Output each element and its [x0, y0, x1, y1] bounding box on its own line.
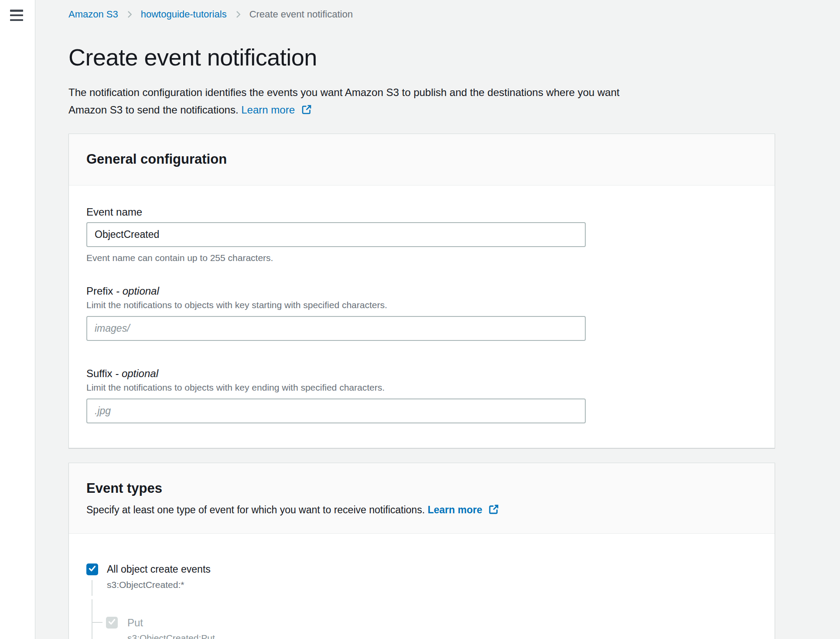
prefix-optional-text: - optional — [116, 285, 159, 297]
learn-more-link[interactable]: Learn more — [241, 104, 311, 116]
hamburger-bar — [10, 14, 23, 17]
page-description-line1: The notification configuration identifie… — [68, 84, 776, 101]
suffix-group: Suffix - optional Limit the notification… — [86, 367, 757, 423]
event-types-card: Event types Specify at least one type of… — [68, 463, 775, 639]
chevron-right-icon — [125, 10, 134, 19]
external-link-icon — [488, 504, 499, 518]
side-nav-rail — [0, 0, 35, 639]
event-types-body: All object create events s3:ObjectCreate… — [69, 534, 775, 639]
event-types-learn-more-link[interactable]: Learn more — [427, 504, 499, 515]
event-types-title: Event types — [86, 480, 757, 497]
put-event-code: s3:ObjectCreated:Put — [127, 632, 215, 639]
hamburger-bar — [10, 19, 23, 21]
breadcrumb-link-bucket[interactable]: howtoguide-tutorials — [141, 9, 227, 20]
chevron-right-icon — [234, 10, 242, 19]
put-event-checkbox — [106, 617, 118, 629]
event-name-input[interactable] — [86, 222, 586, 247]
general-configuration-card: General configuration Event name Event n… — [68, 134, 775, 448]
page-title: Create event notification — [68, 44, 777, 71]
checkbox-check-icon — [107, 617, 116, 628]
all-object-create-events-checkbox[interactable] — [86, 563, 98, 575]
breadcrumb-current: Create event notification — [249, 9, 353, 20]
learn-more-label: Learn more — [427, 504, 482, 515]
suffix-input[interactable] — [86, 399, 586, 423]
tree-connector-line — [92, 622, 102, 623]
event-types-header: Event types Specify at least one type of… — [69, 463, 775, 534]
event-name-label: Event name — [86, 206, 757, 219]
event-types-description-text: Specify at least one type of event for w… — [86, 504, 425, 515]
general-configuration-header: General configuration — [69, 134, 775, 186]
prefix-input[interactable] — [86, 316, 586, 341]
suffix-optional-text: - optional — [115, 368, 158, 379]
tree-connector-line — [92, 599, 92, 639]
main-panel: Amazon S3 howtoguide-tutorials Create ev… — [35, 0, 840, 639]
suffix-label-text: Suffix — [86, 368, 113, 379]
page-description: The notification configuration identifie… — [68, 84, 776, 120]
general-configuration-body: Event name Event name can contain up to … — [69, 186, 775, 448]
prefix-helper: Limit the notifications to objects with … — [86, 299, 757, 311]
event-types-description: Specify at least one type of event for w… — [86, 503, 757, 518]
general-configuration-title: General configuration — [86, 151, 757, 168]
checkbox-check-icon — [88, 564, 97, 575]
hamburger-bar — [10, 10, 23, 12]
page-description-line2: Amazon S3 to send the notifications. — [68, 104, 239, 116]
all-object-create-events-code: s3:ObjectCreated:* — [107, 579, 184, 591]
put-event-label: Put — [127, 616, 143, 629]
breadcrumb-link-amazon-s3[interactable]: Amazon S3 — [68, 9, 118, 20]
external-link-icon — [301, 103, 312, 120]
event-name-helper: Event name can contain up to 255 charact… — [86, 252, 757, 264]
prefix-label: Prefix - optional — [86, 285, 757, 298]
tree-connector-line — [92, 580, 92, 596]
event-name-group: Event name Event name can contain up to … — [86, 206, 757, 264]
suffix-helper: Limit the notifications to objects with … — [86, 382, 757, 393]
hamburger-menu-icon[interactable] — [10, 10, 23, 21]
suffix-label: Suffix - optional — [86, 367, 757, 380]
prefix-label-text: Prefix — [86, 285, 113, 297]
breadcrumb: Amazon S3 howtoguide-tutorials Create ev… — [68, 0, 777, 20]
learn-more-label: Learn more — [241, 104, 295, 116]
prefix-group: Prefix - optional Limit the notification… — [86, 285, 757, 341]
all-object-create-events-label[interactable]: All object create events — [107, 563, 211, 576]
